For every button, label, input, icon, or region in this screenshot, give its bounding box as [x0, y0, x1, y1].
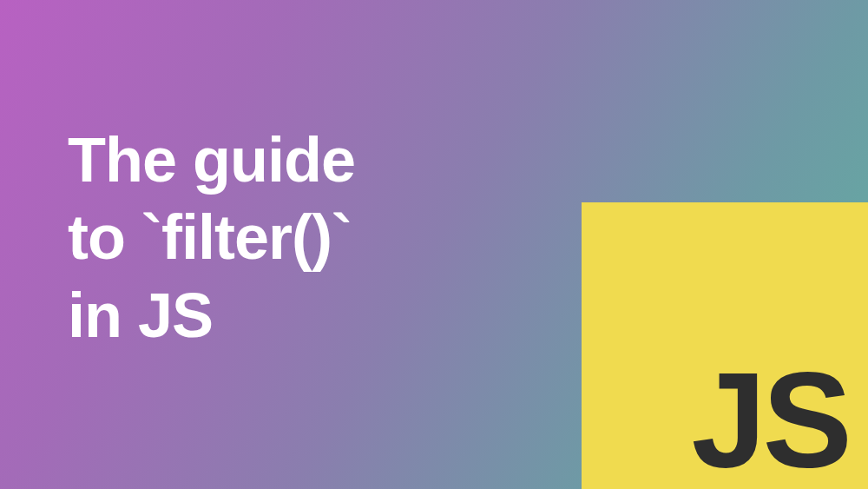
banner-title: The guide to `filter()` in JS: [68, 122, 355, 354]
javascript-logo: JS: [582, 202, 868, 489]
title-line-3: in JS: [68, 277, 355, 354]
title-line-1: The guide: [68, 122, 355, 199]
hero-banner: The guide to `filter()` in JS JS: [0, 0, 868, 489]
javascript-logo-text: JS: [691, 343, 849, 489]
title-line-2: to `filter()`: [68, 199, 355, 276]
